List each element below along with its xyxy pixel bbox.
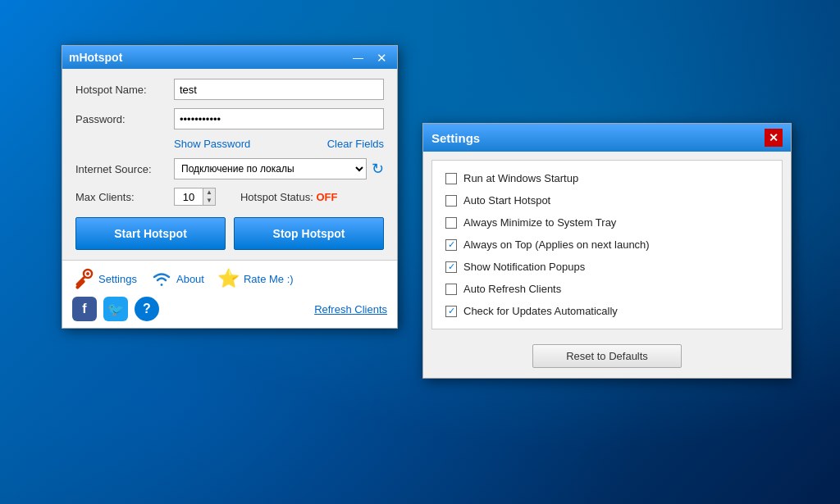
setting-auto-refresh: Auto Refresh Clients [445, 283, 769, 295]
reset-button-wrap: Reset to Defaults [423, 338, 791, 378]
setting-always-top: Always on Top (Applies on next launch) [445, 238, 769, 251]
internet-source-label: Internet Source: [75, 163, 174, 175]
hotspot-name-input[interactable] [174, 79, 384, 100]
password-row: Password: [75, 108, 384, 129]
mhotspot-body: Hotspot Name: Password: Show Password Cl… [62, 69, 397, 260]
internet-source-row: Internet Source: Подключение по локалы ↻ [75, 158, 384, 179]
about-link[interactable]: About [150, 267, 204, 290]
desktop: mHotspot — ✕ Hotspot Name: Password: Sho… [0, 0, 840, 504]
settings-icon [72, 267, 95, 290]
label-minimize-tray: Always Minimize to System Tray [463, 216, 616, 229]
checkbox-show-popups[interactable] [445, 261, 457, 273]
label-check-updates: Check for Updates Automatically [463, 305, 618, 317]
about-link-label: About [176, 273, 204, 285]
label-auto-refresh: Auto Refresh Clients [463, 283, 561, 295]
settings-title: Settings [431, 131, 480, 145]
footer-top: Settings About ⭐ [72, 267, 387, 290]
reset-defaults-button[interactable]: Reset to Defaults [532, 344, 682, 368]
clear-fields-button[interactable]: Clear Fields [327, 138, 384, 150]
rate-link-label: Rate Me :) [244, 273, 294, 285]
setting-auto-start: Auto Start Hotspot [445, 194, 769, 207]
max-clients-row: Max Clients: ▲ ▼ Hotspot Status: OFF [75, 188, 384, 206]
twitter-icon[interactable]: 🐦 [103, 297, 128, 321]
mhotspot-minimize-button[interactable]: — [349, 52, 367, 63]
hotspot-status-value: OFF [316, 191, 337, 203]
about-icon [150, 267, 173, 290]
settings-link-label: Settings [98, 273, 137, 285]
spinner-up-arrow[interactable]: ▲ [203, 188, 215, 197]
mhotspot-close-button[interactable]: ✕ [373, 52, 390, 64]
password-label: Password: [75, 113, 174, 125]
hotspot-status-label: Hotspot Status: OFF [240, 191, 338, 203]
password-input[interactable] [174, 108, 384, 129]
checkbox-auto-refresh[interactable] [445, 284, 457, 295]
checkbox-minimize-tray[interactable] [445, 217, 457, 229]
show-password-button[interactable]: Show Password [174, 138, 250, 150]
mhotspot-titlebar: mHotspot — ✕ [62, 46, 397, 69]
svg-point-3 [86, 272, 89, 275]
mhotspot-footer: Settings About ⭐ [62, 260, 397, 328]
hotspot-name-row: Hotspot Name: [75, 79, 384, 100]
rate-link[interactable]: ⭐ Rate Me :) [217, 267, 294, 290]
setting-run-startup: Run at Windows Startup [445, 172, 769, 184]
footer-bottom: f 🐦 ? Refresh Clients [72, 297, 387, 321]
settings-link[interactable]: Settings [72, 267, 137, 290]
setting-minimize-tray: Always Minimize to System Tray [445, 216, 769, 229]
checkbox-always-top[interactable] [445, 239, 457, 251]
settings-window: Settings ✕ Run at Windows Startup Auto S… [422, 123, 792, 379]
settings-body: Run at Windows Startup Auto Start Hotspo… [431, 160, 783, 329]
source-refresh-icon[interactable]: ↻ [372, 160, 384, 178]
checkbox-run-startup[interactable] [445, 173, 457, 184]
setting-check-updates: Check for Updates Automatically [445, 305, 769, 317]
setting-show-popups: Show Notification Popups [445, 261, 769, 273]
max-clients-spinner: ▲ ▼ [174, 188, 216, 206]
wifi-icon-svg [150, 270, 173, 288]
wrench-icon-svg [73, 268, 94, 289]
label-auto-start: Auto Start Hotspot [463, 194, 550, 207]
facebook-icon[interactable]: f [72, 297, 97, 321]
settings-titlebar: Settings ✕ [423, 124, 791, 152]
label-run-startup: Run at Windows Startup [463, 172, 578, 184]
mhotspot-window-controls: — ✕ [349, 52, 390, 64]
settings-close-button[interactable]: ✕ [765, 129, 783, 147]
social-icons: f 🐦 ? [72, 297, 159, 321]
spinner-down-arrow[interactable]: ▼ [203, 197, 215, 205]
refresh-clients-link[interactable]: Refresh Clients [314, 303, 387, 316]
action-buttons-row: Start Hotspot Stop Hotspot [75, 217, 384, 250]
checkbox-check-updates[interactable] [445, 306, 457, 317]
hotspot-name-label: Hotspot Name: [75, 84, 174, 96]
links-row: Show Password Clear Fields [75, 138, 384, 150]
checkbox-auto-start[interactable] [445, 195, 457, 207]
help-icon[interactable]: ? [135, 297, 159, 321]
internet-source-select[interactable]: Подключение по локалы [174, 158, 367, 179]
start-hotspot-button[interactable]: Start Hotspot [75, 217, 226, 250]
stop-hotspot-button[interactable]: Stop Hotspot [234, 217, 384, 250]
rate-icon: ⭐ [217, 267, 240, 290]
max-clients-input[interactable] [174, 188, 203, 206]
spinner-arrows: ▲ ▼ [203, 188, 216, 206]
max-clients-label: Max Clients: [75, 191, 174, 203]
mhotspot-window: mHotspot — ✕ Hotspot Name: Password: Sho… [62, 45, 398, 329]
mhotspot-title: mHotspot [69, 51, 122, 64]
label-always-top: Always on Top (Applies on next launch) [463, 238, 650, 251]
label-show-popups: Show Notification Popups [463, 261, 585, 273]
